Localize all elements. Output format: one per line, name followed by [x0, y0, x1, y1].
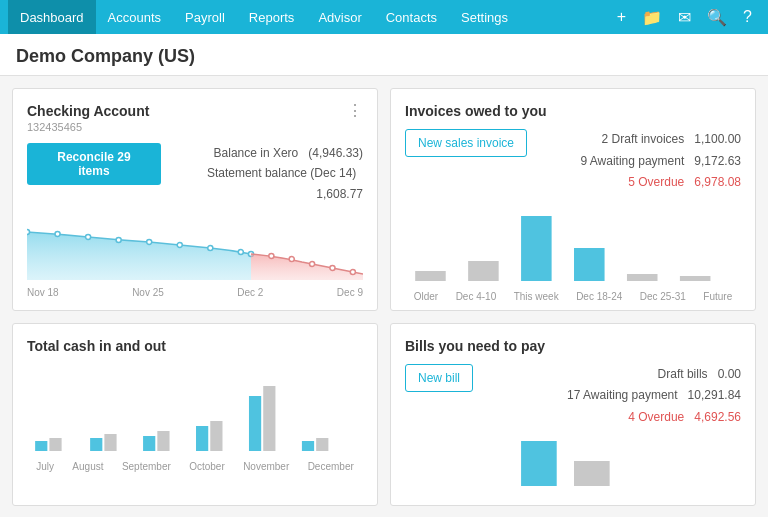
main-content: Checking Account 132435465 ⋮ Reconcile 2… — [0, 76, 768, 517]
draft-bills-row: Draft bills 0.00 — [567, 364, 741, 386]
page-title: Demo Company (US) — [0, 34, 768, 76]
invoices-title: Invoices owed to you — [405, 103, 741, 119]
help-icon[interactable]: ? — [735, 0, 760, 34]
svg-rect-19 — [680, 276, 711, 281]
overdue-value: 6,978.08 — [694, 175, 741, 189]
x-label-3: Dec 2 — [237, 287, 263, 298]
svg-rect-23 — [104, 434, 116, 451]
balance-xero-value: (4,946.33) — [308, 146, 363, 160]
bills-stats: Draft bills 0.00 17 Awaiting payment 10,… — [567, 364, 741, 429]
checking-title-group: Checking Account 132435465 — [27, 103, 149, 143]
bills-card: Bills you need to pay New bill Draft bil… — [390, 323, 756, 506]
total-cash-title: Total cash in and out — [27, 338, 363, 354]
awaiting-value: 9,172.63 — [694, 154, 741, 168]
bills-title: Bills you need to pay — [405, 338, 741, 354]
svg-point-3 — [116, 238, 121, 243]
inv-x-1: Older — [414, 291, 438, 302]
nav-advisor[interactable]: Advisor — [306, 0, 373, 34]
bills-awaiting-label: 17 Awaiting payment — [567, 388, 678, 402]
balance-row: Reconcile 29 items Balance in Xero (4,94… — [27, 143, 363, 204]
svg-rect-21 — [49, 438, 61, 451]
statement-balance-value: 1,608.77 — [316, 187, 363, 201]
svg-point-1 — [55, 232, 60, 237]
overdue-bills-row: 4 Overdue 4,692.56 — [567, 407, 741, 429]
svg-rect-15 — [468, 261, 499, 281]
inv-x-3: This week — [514, 291, 559, 302]
svg-rect-14 — [415, 271, 446, 281]
more-options-icon[interactable]: ⋮ — [347, 103, 363, 119]
x-label-4: Dec 9 — [337, 287, 363, 298]
svg-rect-17 — [574, 248, 605, 281]
reconcile-button[interactable]: Reconcile 29 items — [27, 143, 161, 185]
line-chart-svg — [27, 212, 363, 282]
svg-point-13 — [350, 270, 355, 275]
bills-overdue-label: 4 Overdue — [628, 410, 684, 424]
plus-icon[interactable]: + — [609, 0, 634, 34]
invoice-x-labels: Older Dec 4-10 This week Dec 18-24 Dec 2… — [405, 291, 741, 302]
cash-x-4: October — [189, 461, 225, 472]
inv-x-2: Dec 4-10 — [456, 291, 497, 302]
cash-x-6: December — [308, 461, 354, 472]
svg-rect-18 — [627, 274, 658, 281]
svg-point-2 — [86, 235, 91, 240]
nav-reports[interactable]: Reports — [237, 0, 307, 34]
overdue-label: 5 Overdue — [628, 175, 684, 189]
bills-bar-svg — [405, 441, 741, 486]
folder-icon[interactable]: 📁 — [634, 0, 670, 34]
svg-rect-24 — [143, 436, 155, 451]
svg-rect-25 — [157, 431, 169, 451]
invoices-card: Invoices owed to you New sales invoice 2… — [390, 88, 756, 311]
cash-x-2: August — [72, 461, 103, 472]
draft-label: 2 Draft invoices — [602, 132, 685, 146]
bills-overdue-value: 4,692.56 — [694, 410, 741, 424]
nav-payroll[interactable]: Payroll — [173, 0, 237, 34]
new-bill-button[interactable]: New bill — [405, 364, 473, 392]
svg-rect-20 — [35, 441, 47, 451]
svg-rect-26 — [196, 426, 208, 451]
line-chart-x-labels: Nov 18 Nov 25 Dec 2 Dec 9 — [27, 287, 363, 298]
overdue-invoices-row: 5 Overdue 6,978.08 — [580, 172, 741, 194]
svg-point-10 — [289, 257, 294, 262]
cash-x-3: September — [122, 461, 171, 472]
checking-subtitle: 132435465 — [27, 121, 149, 133]
nav-contacts[interactable]: Contacts — [374, 0, 449, 34]
main-nav: Dashboard Accounts Payroll Reports Advis… — [0, 0, 768, 34]
nav-accounts[interactable]: Accounts — [96, 0, 173, 34]
inv-x-6: Future — [703, 291, 732, 302]
search-icon[interactable]: 🔍 — [699, 0, 735, 34]
svg-rect-33 — [574, 461, 610, 486]
inv-x-5: Dec 25-31 — [640, 291, 686, 302]
svg-rect-27 — [210, 421, 222, 451]
bar-chart-svg — [27, 366, 363, 456]
svg-rect-31 — [316, 438, 328, 451]
balance-info: Balance in Xero (4,946.33) Statement bal… — [161, 143, 363, 204]
svg-rect-30 — [302, 441, 314, 451]
bills-header-row: New bill Draft bills 0.00 17 Awaiting pa… — [405, 364, 741, 429]
email-icon[interactable]: ✉ — [670, 0, 699, 34]
invoice-bar-chart: Older Dec 4-10 This week Dec 18-24 Dec 2… — [405, 206, 741, 296]
checking-title: Checking Account — [27, 103, 149, 119]
new-sales-invoice-button[interactable]: New sales invoice — [405, 129, 527, 157]
nav-settings[interactable]: Settings — [449, 0, 520, 34]
x-label-1: Nov 18 — [27, 287, 59, 298]
awaiting-label: 9 Awaiting payment — [580, 154, 684, 168]
bills-bar-chart — [405, 441, 741, 491]
nav-dashboard[interactable]: Dashboard — [8, 0, 96, 34]
balance-xero-row: Balance in Xero (4,946.33) — [161, 143, 363, 163]
balance-xero-label: Balance in Xero — [214, 146, 299, 160]
invoice-header-row: New sales invoice 2 Draft invoices 1,100… — [405, 129, 741, 194]
bar-chart-x-labels: July August September October November D… — [27, 461, 363, 472]
svg-rect-32 — [521, 441, 557, 486]
svg-rect-22 — [90, 438, 102, 451]
svg-rect-28 — [249, 396, 261, 451]
svg-rect-29 — [263, 386, 275, 451]
bar-chart-area: July August September October November D… — [27, 366, 363, 466]
svg-point-12 — [330, 266, 335, 271]
inv-x-4: Dec 18-24 — [576, 291, 622, 302]
svg-rect-16 — [521, 216, 552, 281]
line-chart-area: Nov 18 Nov 25 Dec 2 Dec 9 — [27, 212, 363, 292]
svg-point-5 — [177, 243, 182, 248]
invoice-stats: 2 Draft invoices 1,100.00 9 Awaiting pay… — [580, 129, 741, 194]
svg-point-7 — [238, 250, 243, 255]
total-cash-card: Total cash in and out — [12, 323, 378, 506]
